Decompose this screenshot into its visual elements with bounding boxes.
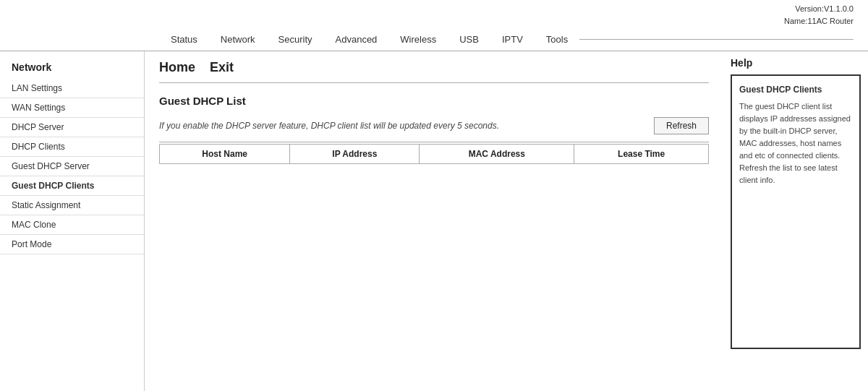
nav-item-security[interactable]: Security (267, 28, 324, 51)
nav-item-wireless[interactable]: Wireless (388, 28, 448, 51)
sidebar-item-guest-dhcp-clients[interactable]: Guest DHCP Clients (0, 176, 144, 196)
home-button[interactable]: Home (159, 60, 195, 75)
sidebar-item-mac-clone[interactable]: MAC Clone (0, 215, 144, 235)
table-head: Host NameIP AddressMAC AddressLease Time (160, 145, 709, 164)
sidebar-item-lan-settings[interactable]: LAN Settings (0, 79, 144, 98)
help-box: Guest DHCP Clients The guest DHCP client… (731, 74, 861, 349)
exit-button[interactable]: Exit (210, 60, 234, 75)
name-label: Name:11AC Router (784, 15, 854, 27)
refresh-button[interactable]: Refresh (654, 117, 709, 134)
col-header-ip-address: IP Address (290, 145, 420, 164)
sidebar-item-wan-settings[interactable]: WAN Settings (0, 98, 144, 118)
data-table: Host NameIP AddressMAC AddressLease Time (159, 144, 709, 164)
main-content: Home Exit Guest DHCP List If you enable … (145, 51, 723, 391)
sidebar-item-dhcp-clients[interactable]: DHCP Clients (0, 137, 144, 157)
top-bar-info: Version:V1.1.0.0 Name:11AC Router (784, 3, 854, 27)
sidebar-items: LAN SettingsWAN SettingsDHCP ServerDHCP … (0, 79, 144, 254)
nav-links: StatusNetworkSecurityAdvancedWirelessUSB… (159, 28, 579, 51)
sidebar-item-port-mode[interactable]: Port Mode (0, 235, 144, 254)
layout: Network LAN SettingsWAN SettingsDHCP Ser… (0, 51, 868, 391)
help-box-title: Guest DHCP Clients (739, 83, 852, 96)
col-header-host-name: Host Name (160, 145, 290, 164)
nav-bar: StatusNetworkSecurityAdvancedWirelessUSB… (0, 28, 868, 51)
help-panel: Help Guest DHCP Clients The guest DHCP c… (723, 51, 868, 391)
top-bar: Version:V1.1.0.0 Name:11AC Router (0, 0, 868, 28)
col-header-mac-address: MAC Address (420, 145, 574, 164)
info-text: If you enable the DHCP server feature, D… (159, 121, 499, 131)
nav-item-usb[interactable]: USB (448, 28, 490, 51)
nav-item-iptv[interactable]: IPTV (490, 28, 535, 51)
nav-line-right (579, 39, 854, 40)
sidebar-item-static-assignment[interactable]: Static Assignment (0, 196, 144, 215)
info-row: If you enable the DHCP server feature, D… (159, 117, 709, 134)
nav-item-status[interactable]: Status (159, 28, 209, 51)
nav-item-tools[interactable]: Tools (535, 28, 579, 51)
col-header-lease-time: Lease Time (574, 145, 709, 164)
sidebar: Network LAN SettingsWAN SettingsDHCP Ser… (0, 51, 145, 391)
help-box-text: The guest DHCP client list displays IP a… (739, 100, 852, 186)
sidebar-title: Network (0, 57, 144, 79)
page-title: Guest DHCP List (159, 95, 709, 107)
divider (159, 142, 709, 142)
nav-item-network[interactable]: Network (209, 28, 267, 51)
help-panel-title: Help (731, 57, 861, 69)
home-exit-bar: Home Exit (159, 51, 709, 83)
version-label: Version:V1.1.0.0 (784, 3, 854, 15)
sidebar-item-guest-dhcp-server[interactable]: Guest DHCP Server (0, 157, 144, 176)
sidebar-item-dhcp-server[interactable]: DHCP Server (0, 118, 144, 137)
nav-item-advanced[interactable]: Advanced (324, 28, 389, 51)
